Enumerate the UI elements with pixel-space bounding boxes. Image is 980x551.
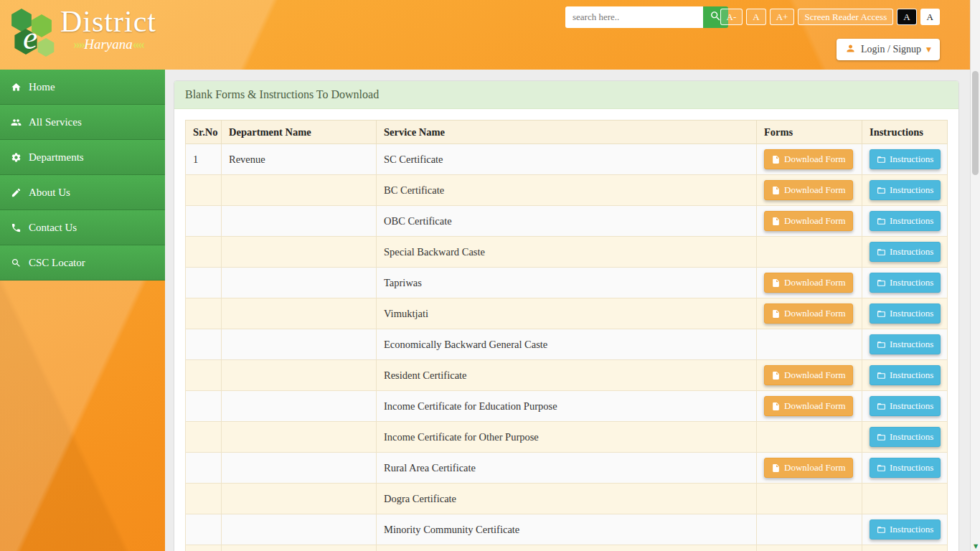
table-row: TapriwasDownload FormInstructions	[186, 268, 948, 298]
table-row: Income Certificate for Other PurposeInst…	[186, 422, 948, 453]
cell-instructions: Instructions	[862, 268, 948, 298]
cell-srno	[186, 175, 222, 206]
download-form-button[interactable]: Download Form	[764, 458, 853, 478]
folder-open-icon	[877, 402, 886, 411]
cell-forms: Download Form	[757, 298, 862, 329]
cell-instructions: Instructions	[862, 422, 948, 453]
table-row: OBC CertificateDownload FormInstructions	[186, 206, 948, 237]
screen-reader-access-button[interactable]: Screen Reader Access	[798, 9, 893, 25]
cell-department-name	[222, 329, 377, 360]
cell-forms: Download Form	[757, 360, 862, 391]
download-form-label: Download Form	[784, 400, 846, 412]
cell-service-name: Dogra Certificate	[377, 484, 757, 514]
search-icon	[10, 258, 22, 268]
cell-instructions: Instructions	[862, 391, 948, 422]
download-form-label: Download Form	[784, 277, 846, 288]
sidebar-item-departments[interactable]: Departments	[0, 140, 165, 175]
cell-department-name	[222, 268, 377, 298]
download-form-label: Download Form	[784, 462, 846, 474]
folder-open-icon	[877, 186, 886, 195]
instructions-button[interactable]: Instructions	[870, 180, 941, 200]
sidebar-item-home[interactable]: Home	[0, 70, 165, 105]
pdf-file-icon	[771, 186, 781, 195]
logo[interactable]: e District »»Haryana««	[6, 4, 156, 65]
download-form-button[interactable]: Download Form	[764, 273, 853, 293]
instructions-button[interactable]: Instructions	[870, 334, 941, 354]
cell-service-name: Resident Certificate	[377, 360, 757, 391]
cell-forms	[757, 237, 862, 268]
instructions-button[interactable]: Instructions	[870, 273, 941, 293]
cell-instructions: Instructions	[862, 206, 948, 237]
column-header: Department Name	[222, 121, 377, 144]
download-form-button[interactable]: Download Form	[764, 396, 853, 416]
cell-service-name: Tapriwas	[377, 268, 757, 298]
cell-department-name: Revenue	[222, 144, 377, 175]
cell-srno	[186, 329, 222, 360]
instructions-button[interactable]: Instructions	[870, 427, 941, 447]
instructions-button[interactable]: Instructions	[870, 242, 941, 262]
table-row: 1RevenueSC CertificateDownload FormInstr…	[186, 144, 948, 175]
cell-department-name	[222, 484, 377, 514]
instructions-button[interactable]: Instructions	[870, 149, 941, 169]
instructions-button[interactable]: Instructions	[870, 303, 941, 324]
login-signup-button[interactable]: Login / Signup ▼	[837, 39, 940, 60]
download-form-button[interactable]: Download Form	[764, 303, 853, 324]
column-header: Instructions	[862, 121, 948, 144]
download-form-button[interactable]: Download Form	[764, 365, 853, 385]
download-form-button[interactable]: Download Form	[764, 180, 853, 200]
sidebar-item-about-us[interactable]: About Us	[0, 175, 165, 210]
scroll-down-button[interactable]: ▼	[971, 541, 980, 551]
logo-text: District »»Haryana««	[60, 4, 156, 52]
font-normal-button[interactable]: A	[746, 9, 765, 25]
instructions-label: Instructions	[890, 277, 933, 288]
table-row: Minority Community CertificateInstructio…	[186, 514, 948, 545]
cell-instructions: Instructions	[862, 329, 948, 360]
instructions-label: Instructions	[890, 524, 933, 535]
pdf-file-icon	[771, 155, 781, 164]
table-row: Income Certificate for Education Purpose…	[186, 391, 948, 422]
cell-instructions: Instructions	[862, 453, 948, 484]
download-form-label: Download Form	[784, 154, 846, 165]
sidebar-item-csc-locator[interactable]: CSC Locator	[0, 245, 165, 281]
search-input[interactable]	[565, 6, 703, 28]
cell-department-name	[222, 422, 377, 453]
table-row: Rural Area CertificateDownload FormInstr…	[186, 453, 948, 484]
instructions-button[interactable]: Instructions	[870, 519, 941, 540]
cell-forms: Download Form	[757, 175, 862, 206]
folder-open-icon	[877, 525, 886, 534]
column-header: Service Name	[377, 121, 757, 144]
instructions-button[interactable]: Instructions	[870, 365, 941, 385]
cell-instructions	[862, 484, 948, 514]
download-form-button[interactable]: Download Form	[764, 149, 853, 169]
cell-srno: 1	[186, 144, 222, 175]
pdf-file-icon	[771, 371, 781, 380]
scrollbar[interactable]: ▼	[970, 0, 980, 551]
scrollbar-thumb[interactable]	[972, 71, 979, 175]
contrast-dark-button[interactable]: A	[897, 9, 916, 25]
cell-forms: Download Form	[757, 391, 862, 422]
instructions-button[interactable]: Instructions	[870, 211, 941, 231]
sidebar-item-contact-us[interactable]: Contact Us	[0, 210, 165, 245]
logo-hexagons: e	[6, 4, 59, 65]
instructions-button[interactable]: Instructions	[870, 396, 941, 416]
contrast-light-button[interactable]: A	[920, 9, 940, 25]
instructions-button[interactable]: Instructions	[870, 458, 941, 478]
folder-open-icon	[877, 463, 886, 473]
instructions-label: Instructions	[890, 339, 933, 350]
download-form-button[interactable]: Download Form	[764, 211, 853, 231]
sidebar-item-all-services[interactable]: All Services	[0, 105, 165, 140]
table-row: VimuktjatiDownload FormInstructions	[186, 298, 948, 329]
forms-panel: Blank Forms & Instructions To Download S…	[174, 80, 959, 551]
cell-forms: Download Form	[757, 206, 862, 237]
font-increase-button[interactable]: A+	[770, 9, 795, 25]
font-decrease-button[interactable]: A-	[720, 9, 743, 25]
folder-open-icon	[877, 309, 886, 319]
person-icon	[845, 43, 856, 57]
column-header: Forms	[757, 121, 862, 144]
edit-icon	[10, 187, 22, 198]
search-bar	[565, 6, 728, 28]
instructions-label: Instructions	[890, 246, 933, 258]
cell-service-name: Economically Backward General Caste	[377, 329, 757, 360]
cell-service-name: Permission For Jalsa/Public Meeting/Jalo…	[377, 545, 757, 551]
cell-forms: Download Form	[757, 268, 862, 298]
